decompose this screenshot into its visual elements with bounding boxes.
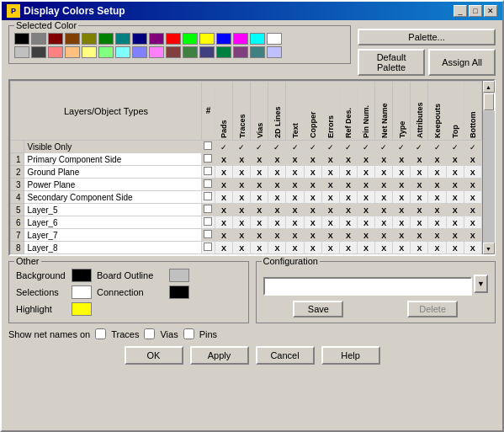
color-swatch[interactable] [166, 33, 181, 45]
row4-checkbox[interactable] [204, 192, 212, 200]
color-swatch[interactable] [250, 33, 265, 45]
title-bar: P Display Colors Setup _ □ ✕ [2, 2, 502, 20]
row7-checkbox[interactable] [204, 230, 212, 238]
connection-label: Connection [97, 287, 164, 297]
config-dropdown-button[interactable]: ▼ [474, 275, 488, 293]
apply-button[interactable]: Apply [190, 346, 249, 365]
row8-checkbox[interactable] [204, 243, 212, 251]
table-row: 7 Layer_7 XXXXXXXXXXXXXXX [11, 229, 482, 242]
col-header-pads: Pads [215, 82, 232, 141]
color-swatch[interactable] [216, 46, 231, 58]
connection-color[interactable] [169, 285, 189, 299]
check-pads[interactable]: ✓ [220, 143, 227, 152]
maximize-button[interactable]: □ [469, 5, 482, 17]
color-swatch[interactable] [183, 46, 198, 58]
assign-all-button[interactable]: Assign All [428, 49, 496, 76]
color-swatch[interactable] [132, 33, 147, 45]
col-header-refdes: Ref Des. [339, 82, 357, 141]
cancel-button[interactable]: Cancel [256, 346, 315, 365]
color-swatch[interactable] [199, 46, 215, 58]
traces-checkbox[interactable] [95, 328, 106, 339]
scroll-up-arrow[interactable]: ▲ [483, 81, 495, 93]
selected-color-label: Selected Color [14, 20, 78, 30]
pins-label: Pins [199, 329, 217, 339]
color-swatch[interactable] [48, 33, 63, 45]
color-swatch[interactable] [14, 33, 29, 45]
default-palette-button[interactable]: Default Palette [358, 49, 425, 76]
color-row-2 [14, 46, 345, 58]
background-row: Background Board Outline [16, 269, 241, 282]
background-label: Background [16, 270, 66, 280]
color-swatch[interactable] [183, 33, 198, 45]
table-row: 6 Layer_6 XXXXXXXXXXXXXXX [11, 216, 482, 229]
palette-button[interactable]: Palette... [358, 29, 496, 45]
config-label: Configuration [262, 256, 320, 266]
color-swatch[interactable] [233, 46, 248, 58]
color-swatch[interactable] [65, 33, 80, 45]
scroll-thumb[interactable] [484, 93, 494, 110]
color-swatch[interactable] [149, 46, 164, 58]
color-swatch[interactable] [149, 33, 164, 45]
highlight-color[interactable] [72, 302, 92, 316]
visible-only-checkbox[interactable] [204, 141, 212, 150]
traces-label: Traces [111, 329, 139, 339]
selections-color[interactable] [72, 285, 92, 299]
col-header-text: Text [286, 82, 304, 141]
table-scrollbar[interactable]: ▲ ▼ [482, 81, 494, 254]
color-swatch[interactable] [115, 46, 130, 58]
row5-checkbox[interactable] [204, 205, 212, 213]
visible-only-label: Visible Only [28, 142, 72, 152]
color-swatch[interactable] [65, 46, 80, 58]
color-swatch[interactable] [166, 46, 181, 58]
color-swatch[interactable] [199, 33, 215, 45]
help-button[interactable]: Help [321, 346, 380, 365]
config-input[interactable] [263, 277, 473, 296]
other-label: Other [14, 256, 41, 266]
color-grid [14, 33, 345, 58]
ok-button[interactable]: OK [125, 346, 183, 365]
color-swatch[interactable] [82, 33, 97, 45]
vias-checkbox[interactable] [144, 328, 155, 339]
table-row: 3 Power Plane XXXXXXXXXXXXXXX [11, 179, 482, 191]
color-swatch[interactable] [132, 46, 147, 58]
color-swatch[interactable] [267, 46, 282, 58]
board-outline-color[interactable] [169, 269, 189, 282]
title-bar-left: P Display Colors Setup [7, 4, 125, 18]
minimize-button[interactable]: _ [454, 5, 467, 17]
color-swatch[interactable] [98, 46, 114, 58]
visible-only-row: Visible Only ✓ ✓ ✓ ✓ ✓ ✓ ✓ ✓ ✓ [11, 141, 482, 153]
row3-checkbox[interactable] [204, 179, 212, 188]
bottom-section: Other Background Board Outline Selection… [8, 261, 496, 323]
app-icon: P [7, 4, 20, 18]
vias-label: Vias [160, 329, 178, 339]
row2-checkbox[interactable] [204, 167, 212, 175]
col-header-vias: Vias [251, 82, 268, 141]
save-button[interactable]: Save [293, 301, 343, 317]
config-buttons: Save Delete [263, 301, 489, 317]
color-swatch[interactable] [14, 46, 29, 58]
row6-checkbox[interactable] [204, 217, 212, 226]
color-swatch[interactable] [48, 46, 63, 58]
color-swatch[interactable] [82, 46, 97, 58]
color-swatch[interactable] [115, 33, 130, 45]
close-button[interactable]: ✕ [484, 5, 497, 17]
color-swatch[interactable] [250, 46, 265, 58]
col-header-netname: Net Name [375, 82, 393, 141]
table-row: 4 Secondary Component Side XXXXXXXXXXXXX… [11, 191, 482, 204]
background-color[interactable] [72, 269, 92, 282]
scroll-track [483, 111, 495, 243]
row1-checkbox[interactable] [204, 154, 212, 163]
layers-table: Layers/Object Types # Pads Traces Vias 2… [10, 81, 482, 254]
color-swatch[interactable] [98, 33, 114, 45]
board-outline-label: Board Outline [97, 270, 164, 280]
color-swatch[interactable] [267, 33, 282, 45]
selected-color-group: Selected Color [8, 25, 351, 64]
color-swatch[interactable] [233, 33, 248, 45]
table-row: 8 Layer_8 XXXXXXXXXXXXXXX [11, 242, 482, 254]
color-swatch[interactable] [31, 33, 46, 45]
delete-button[interactable]: Delete [407, 301, 458, 317]
scroll-down-arrow[interactable]: ▼ [483, 243, 495, 254]
color-swatch[interactable] [216, 33, 231, 45]
color-swatch[interactable] [31, 46, 46, 58]
pins-checkbox[interactable] [183, 328, 194, 339]
